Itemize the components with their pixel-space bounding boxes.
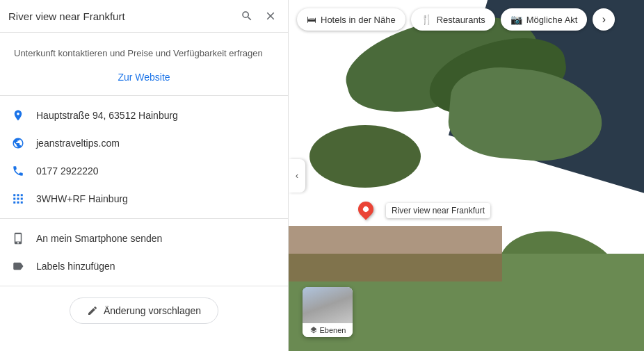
address-row[interactable]: Hauptstraße 94, 63512 Hainburg (0, 101, 288, 129)
address-text: Hauptstraße 94, 63512 Hainburg (36, 110, 178, 121)
suggest-button[interactable]: Änderung vorschlagen (70, 297, 218, 324)
phone-row[interactable]: 0177 2922220 (0, 157, 288, 185)
left-panel: River view near Frankfurt Unterkunft kon… (0, 0, 289, 351)
layers-preview (303, 287, 353, 323)
restaurant-icon: 🍴 (421, 14, 433, 25)
location-icon (11, 108, 25, 122)
close-button[interactable] (261, 7, 280, 25)
restaurants-chip[interactable]: 🍴 Restaurants (411, 8, 495, 31)
edit-icon (87, 305, 98, 316)
hotel-icon: 🛏 (307, 14, 316, 25)
right-panel: 🛏 Hotels in der Nähe 🍴 Restaurants 📷 Mög… (289, 0, 644, 351)
activities-label: Mögliche Akt (526, 15, 578, 25)
hotels-chip[interactable]: 🛏 Hotels in der Nähe (297, 8, 405, 31)
suggest-label: Änderung vorschlagen (104, 305, 201, 316)
add-label-row[interactable]: Labels hinzufügen (11, 252, 277, 280)
search-bar: River view near Frankfurt (0, 0, 288, 33)
pluscode-text: 3WHW+RF Hainburg (36, 193, 128, 204)
contact-description: Unterkunft kontaktieren und Preise und V… (14, 47, 274, 60)
more-chip[interactable]: › (593, 8, 615, 31)
tree-area-4 (309, 125, 421, 188)
phone-icon (11, 164, 25, 178)
chevron-left-icon: ‹ (296, 170, 298, 181)
collapse-panel-button[interactable]: ‹ (289, 159, 305, 193)
layers-icon (309, 326, 318, 334)
contact-section: Unterkunft kontaktieren und Preise und V… (0, 33, 288, 96)
pin-head (355, 198, 376, 220)
pin-inner (362, 205, 369, 213)
brown-area (289, 226, 502, 281)
layers-button[interactable]: Ebenen (303, 287, 353, 337)
pluscode-row[interactable]: 3WHW+RF Hainburg (0, 185, 288, 213)
send-to-phone-text: An mein Smartphone senden (36, 233, 162, 244)
website-link[interactable]: Zur Website (14, 67, 274, 87)
website-text: jeanstraveltips.com (36, 138, 120, 149)
actions-section: An mein Smartphone senden Labels hinzufü… (0, 219, 288, 286)
add-label-text: Labels hinzufügen (36, 261, 115, 272)
globe-icon (11, 136, 25, 150)
website-row[interactable]: jeanstraveltips.com (0, 129, 288, 157)
more-icon: › (602, 13, 606, 26)
info-section: Hauptstraße 94, 63512 Hainburg jeanstrav… (0, 96, 288, 219)
map-pin-container: River view near Frankfurt (358, 202, 490, 218)
layers-card[interactable]: Ebenen (303, 287, 353, 337)
filter-bar: 🛏 Hotels in der Nähe 🍴 Restaurants 📷 Mög… (289, 0, 644, 39)
phone-text: 0177 2922220 (36, 165, 99, 177)
search-input[interactable]: River view near Frankfurt (8, 10, 232, 22)
close-icon (264, 10, 277, 22)
pin-label: River view near Frankfurt (386, 203, 490, 218)
send-to-phone-icon (11, 231, 25, 245)
search-button[interactable] (238, 7, 256, 25)
hotels-label: Hotels in der Nähe (321, 15, 396, 25)
send-to-phone-row[interactable]: An mein Smartphone senden (11, 225, 277, 252)
layers-text: Ebenen (320, 326, 346, 334)
map-pin[interactable] (358, 202, 373, 217)
layers-label: Ebenen (303, 323, 353, 337)
suggest-btn-section: Änderung vorschlagen (0, 286, 288, 335)
search-icon (241, 10, 253, 22)
camera-icon: 📷 (510, 14, 522, 25)
grid-icon (11, 192, 25, 206)
activities-chip[interactable]: 📷 Mögliche Akt (501, 8, 588, 31)
restaurants-label: Restaurants (437, 15, 485, 25)
label-icon (11, 259, 25, 273)
